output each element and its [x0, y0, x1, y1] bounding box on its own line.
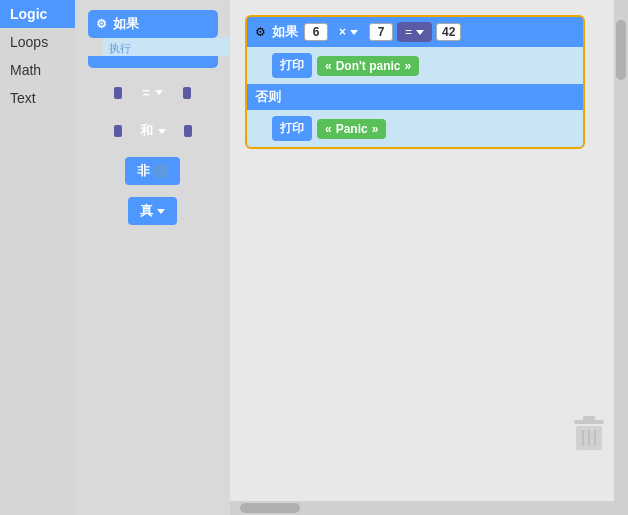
condition-equals[interactable]: = [397, 22, 432, 42]
and-right-nub [184, 125, 192, 137]
trash-icon[interactable] [570, 415, 608, 455]
true-arrow [157, 209, 165, 214]
right-scrollbar[interactable] [614, 0, 628, 515]
equals-label: = [142, 85, 150, 100]
and-left-nub [114, 125, 122, 137]
panic-string[interactable]: « Panic » [317, 119, 386, 139]
panel-if-gear: ⚙ [96, 17, 107, 31]
panel-if-end [88, 56, 218, 68]
op-arrow [350, 30, 358, 35]
if-else-body: 打印 « Panic » [247, 110, 583, 147]
if-structure[interactable]: ⚙ 如果 6 × 7 = 42 打印 « [245, 15, 585, 149]
condition-row: 6 × 7 = 42 [304, 22, 461, 42]
true-label: 真 [140, 202, 153, 220]
not-slot [154, 164, 168, 178]
left-nub [114, 87, 122, 99]
condition-op[interactable]: × [332, 22, 365, 42]
panel-if-body: 执行 [103, 38, 231, 56]
eq-arrow [416, 30, 424, 35]
canvas: ⚙ 如果 6 × 7 = 42 打印 « [230, 0, 628, 515]
and-arrow [158, 129, 166, 134]
if-header: ⚙ 如果 6 × 7 = 42 [247, 17, 583, 47]
equals-inner: = [122, 80, 183, 105]
if-body: 打印 « Don't panic » [247, 47, 583, 84]
panel-equals-block[interactable]: = [114, 80, 191, 105]
string-value-1: Don't panic [336, 59, 401, 73]
panel-true-block[interactable]: 真 [128, 197, 177, 225]
scrollbar-thumb[interactable] [616, 20, 626, 80]
condition-left[interactable]: 6 [304, 23, 328, 41]
panel-not-block[interactable]: 非 [125, 157, 180, 185]
sidebar-item-loops[interactable]: Loops [0, 28, 75, 56]
string-value-2: Panic [336, 122, 368, 136]
sidebar-item-text[interactable]: Text [0, 84, 75, 112]
close-quote-2: » [372, 122, 379, 136]
close-quote-1: » [405, 59, 412, 73]
panel-and-block[interactable]: 和 [114, 117, 192, 145]
if-header-label: 如果 [272, 23, 298, 41]
if-gear-icon: ⚙ [255, 25, 266, 39]
else-row: 打印 « Panic » [272, 116, 575, 141]
print-button-2[interactable]: 打印 [272, 116, 312, 141]
if-else-label: 否则 [247, 84, 583, 110]
blocks-panel: ⚙ 如果 执行 = 和 非 真 [75, 0, 230, 515]
sidebar: Logic Loops Math Text [0, 0, 75, 515]
right-nub [183, 87, 191, 99]
sidebar-item-math[interactable]: Math [0, 56, 75, 84]
not-label: 非 [137, 162, 150, 180]
open-quote-1: « [325, 59, 332, 73]
svg-rect-1 [583, 416, 595, 421]
dont-panic-string[interactable]: « Don't panic » [317, 56, 419, 76]
condition-result[interactable]: 42 [436, 23, 461, 41]
and-label: 和 [140, 122, 153, 140]
and-inner: 和 [122, 117, 184, 145]
panel-if-label: 如果 [113, 15, 139, 33]
do-row: 打印 « Don't panic » [272, 53, 575, 78]
condition-right[interactable]: 7 [369, 23, 393, 41]
panel-execute-label: 执行 [103, 42, 131, 54]
h-scrollbar-thumb[interactable] [240, 503, 300, 513]
print-button-1[interactable]: 打印 [272, 53, 312, 78]
panel-if-block[interactable]: ⚙ 如果 执行 [88, 10, 218, 68]
bottom-scrollbar[interactable] [230, 501, 614, 515]
sidebar-item-logic[interactable]: Logic [0, 0, 75, 28]
equals-arrow [155, 90, 163, 95]
open-quote-2: « [325, 122, 332, 136]
